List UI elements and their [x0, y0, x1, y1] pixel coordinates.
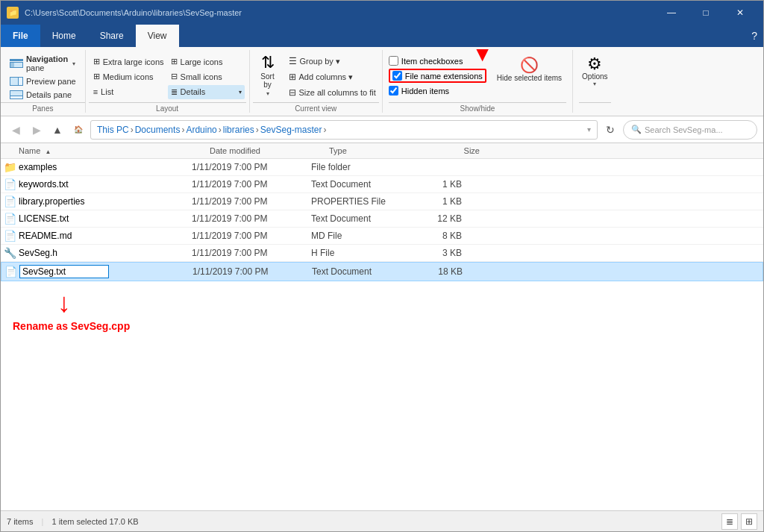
list-label: List — [101, 87, 113, 96]
tab-home[interactable]: Home — [40, 25, 88, 47]
small-icons-button[interactable]: ⊟ Small icons — [168, 69, 245, 84]
tab-view[interactable]: View — [136, 25, 179, 47]
file-name: library.properties — [19, 196, 84, 207]
details-label: Details — [181, 87, 206, 96]
small-icons-label: Small icons — [181, 72, 222, 81]
file-size: 1 KB — [408, 196, 468, 207]
hidden-items-button[interactable]: Hidden items — [389, 86, 486, 96]
table-row[interactable]: 📄 LICENSE.txt 1/11/2019 7:00 PM Text Doc… — [1, 210, 763, 228]
minimize-button[interactable]: — — [654, 1, 689, 25]
col-type-header[interactable]: Type — [329, 146, 426, 155]
size-all-columns-label: Size all columns to fit — [299, 88, 376, 97]
tab-file[interactable]: File — [1, 25, 40, 47]
details-button[interactable]: ≣ Details ▾ — [168, 85, 245, 99]
item-checkboxes-button[interactable]: Item checkboxes — [389, 56, 486, 66]
path-documents[interactable]: Documents — [135, 125, 181, 135]
file-size: 12 KB — [408, 213, 468, 224]
panes-label: Panes — [1, 102, 85, 113]
rename-instruction: Rename as SevSeg.cpp — [13, 320, 130, 332]
details-pane-label: Details pane — [26, 90, 72, 99]
file-date: 1/11/2019 7:00 PM — [192, 266, 312, 277]
path-sevseg[interactable]: SevSeg-master — [260, 125, 322, 135]
back-button[interactable]: ◀ — [7, 121, 25, 139]
red-down-arrow-annotation: ↓ — [57, 287, 71, 319]
medium-icons-button[interactable]: ⊞ Medium icons — [90, 69, 167, 84]
ribbon-content: Navigation pane ▾ Preview pane — [1, 47, 763, 116]
col-size-header[interactable]: Size — [426, 146, 486, 155]
details-pane-button[interactable]: Details pane — [7, 89, 75, 101]
currview-label: Current view — [253, 102, 379, 113]
path-libraries[interactable]: libraries — [223, 125, 254, 135]
large-icons-view-button[interactable]: ⊞ — [741, 513, 757, 530]
table-row[interactable]: 📁 examples 1/11/2019 7:00 PM File folder — [1, 159, 763, 176]
file-type: MD File — [311, 231, 408, 241]
address-bar: ◀ ▶ ▲ 🏠 This PC › Documents › Arduino › … — [1, 116, 763, 143]
file-icon: 📄 — [1, 178, 19, 190]
hide-selected-button[interactable]: 🚫 Hide selected items — [492, 56, 566, 84]
path-arduino[interactable]: Arduino — [186, 125, 216, 135]
options-label: Options — [582, 72, 607, 81]
tab-share[interactable]: Share — [88, 25, 136, 47]
item-checkboxes-checkbox[interactable] — [389, 56, 398, 66]
file-name: LICENSE.txt — [19, 213, 69, 224]
file-date: 1/11/2019 7:00 PM — [192, 179, 311, 190]
title-path: C:\Users\Scott\Documents\Arduino\librari… — [25, 8, 654, 17]
file-name: SevSeg.h — [19, 248, 57, 258]
file-name-extensions-button[interactable]: File name extensions — [389, 69, 486, 83]
file-date: 1/11/2019 7:00 PM — [192, 162, 311, 172]
col-date-header[interactable]: Date modified — [210, 146, 329, 155]
file-type: Text Document — [312, 266, 409, 277]
add-columns-label: Add columns ▾ — [299, 72, 354, 82]
recent-locations-button[interactable]: 🏠 — [69, 121, 87, 139]
navigation-pane-button[interactable]: Navigation pane ▾ — [7, 53, 78, 74]
file-size: 3 KB — [408, 248, 468, 258]
table-row[interactable]: 📄 keywords.txt 1/11/2019 7:00 PM Text Do… — [1, 176, 763, 193]
group-by-button[interactable]: ☰ Group by ▾ — [286, 54, 379, 68]
maximize-button[interactable]: □ — [689, 1, 723, 25]
hidden-items-checkbox[interactable] — [389, 86, 398, 96]
large-icons-button[interactable]: ⊞ Large icons — [168, 54, 245, 69]
sort-section: ⇅ Sortby ▾ ☰ Group by ▾ ⊞ Add col — [250, 50, 383, 113]
address-path[interactable]: This PC › Documents › Arduino › librarie… — [90, 120, 598, 140]
file-date: 1/11/2019 7:00 PM — [192, 248, 311, 258]
sort-by-button[interactable]: ⇅ Sortby ▾ — [253, 53, 283, 98]
preview-pane-button[interactable]: Preview pane — [7, 75, 79, 87]
search-box[interactable]: 🔍 Search SevSeg-ma... — [623, 120, 757, 140]
medium-icons-label: Medium icons — [103, 72, 154, 81]
options-section-label — [579, 102, 610, 113]
list-button[interactable]: ≡ List — [90, 85, 167, 99]
file-name-extensions-label: File name extensions — [405, 72, 483, 81]
up-button[interactable]: ▲ — [48, 121, 66, 139]
table-row[interactable]: 📄 library.properties 1/11/2019 7:00 PM P… — [1, 193, 763, 210]
refresh-button[interactable]: ↻ — [601, 120, 620, 140]
preview-pane-label: Preview pane — [26, 77, 76, 86]
options-button[interactable]: ⚙ Options ▾ — [579, 53, 610, 101]
showhide-label: Show/hide — [389, 102, 566, 113]
layout-section: ⊞ Extra large icons ⊞ Large icons ⊞ Medi… — [86, 50, 250, 113]
table-row[interactable]: 📄 1/11/2019 7:00 PM Text Document 18 KB — [1, 262, 763, 281]
size-all-columns-button[interactable]: ⊟ Size all columns to fit — [286, 86, 379, 99]
item-checkboxes-label: Item checkboxes — [401, 57, 463, 66]
extra-large-icons-button[interactable]: ⊞ Extra large icons — [90, 54, 167, 69]
close-button[interactable]: ✕ — [723, 1, 757, 25]
file-name-extensions-checkbox[interactable] — [392, 71, 402, 81]
items-count: 7 items — [7, 517, 33, 526]
file-icon: 📄 — [1, 230, 19, 242]
extra-large-label: Extra large icons — [103, 57, 164, 66]
col-name-header[interactable]: Name ▲ — [1, 146, 210, 155]
table-row[interactable]: 🔧 SevSeg.h 1/11/2019 7:00 PM H File 3 KB — [1, 245, 763, 262]
file-icon: 📄 — [1, 266, 19, 278]
search-icon: 🔍 — [631, 125, 642, 134]
forward-button[interactable]: ▶ — [28, 121, 46, 139]
table-row[interactable]: 📄 README.md 1/11/2019 7:00 PM MD File 8 … — [1, 228, 763, 245]
ribbon-help-icon[interactable]: ? — [751, 30, 757, 42]
details-view-button[interactable]: ≣ — [721, 513, 738, 530]
add-columns-button[interactable]: ⊞ Add columns ▾ — [286, 70, 379, 84]
file-rename-input[interactable] — [19, 265, 109, 278]
path-dropdown-button[interactable]: ▾ — [587, 125, 591, 134]
main-content: Name ▲ Date modified Type Size 📁 example… — [1, 143, 763, 510]
path-this-pc[interactable]: This PC — [97, 125, 129, 135]
file-icon: 🔧 — [1, 247, 19, 259]
file-type: Text Document — [311, 179, 408, 190]
file-type: Text Document — [311, 213, 408, 224]
